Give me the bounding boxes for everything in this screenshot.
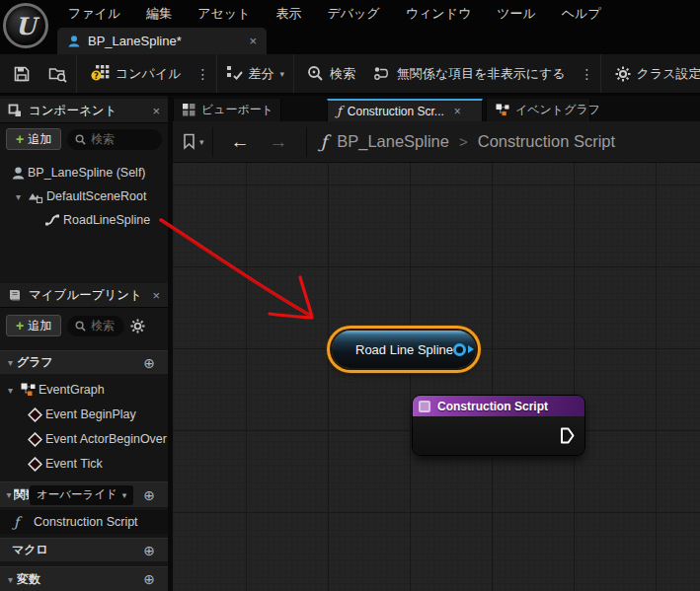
asset-tab-title: BP_LaneSpline* (88, 34, 182, 48)
variables-section-header[interactable]: ▾ 変数 ⊕ (0, 566, 168, 591)
components-panel-close-icon[interactable]: × (152, 104, 160, 118)
event-graph-row[interactable]: ▾ EventGraph (0, 378, 168, 402)
tab-viewport[interactable]: ビューポート (173, 99, 281, 121)
asset-tab-close-icon[interactable]: × (249, 34, 257, 48)
compile-label: コンパイル (116, 65, 182, 83)
find-button[interactable]: 検索 (294, 54, 364, 95)
hide-unrelated-button[interactable]: 無関係な項目を非表示にする (364, 54, 575, 95)
add-blueprint-item-button[interactable]: + 追加 (6, 315, 61, 336)
browse-button[interactable] (39, 54, 76, 95)
graphs-section-header[interactable]: ▾ グラフ ⊕ (0, 350, 168, 374)
asset-tab-bp-lanespline[interactable]: BP_LaneSpline* × (57, 28, 267, 54)
bookmark-icon[interactable] (183, 133, 195, 150)
tree-label-spline: RoadLineSpline (63, 213, 150, 227)
blueprint-self-icon (8, 166, 28, 181)
menu-window[interactable]: ウィンドウ (393, 0, 485, 28)
add-blueprint-item-label: 追加 (28, 318, 51, 334)
event-node-icon (24, 407, 45, 422)
blueprint-graph-canvas[interactable]: Road Line Spline Construction Script (173, 163, 700, 591)
event-tick-label: Event Tick (45, 457, 103, 471)
add-function-icon[interactable]: ⊕ (143, 488, 155, 502)
tab-close-icon[interactable]: × (454, 105, 461, 118)
node-type-icon (419, 401, 430, 412)
menu-asset[interactable]: アセット (185, 0, 263, 28)
exec-output-pin[interactable] (560, 427, 575, 444)
construction-script-node[interactable]: Construction Script (413, 396, 584, 455)
object-output-pin[interactable] (453, 343, 474, 356)
menu-edit[interactable]: 編集 (133, 0, 185, 28)
components-actions-row: + 追加 (0, 126, 168, 152)
my-blueprint-search-input[interactable] (91, 319, 117, 332)
components-search-input[interactable] (91, 132, 154, 146)
functions-section-header[interactable]: ▾ 関数 オーバーライド ▾ ⊕ (0, 481, 168, 507)
diff-button[interactable]: 差分 ▾ (217, 54, 294, 95)
back-button[interactable]: ← (221, 131, 260, 153)
my-blueprint-panel-tab[interactable]: マイブループリント × (0, 283, 168, 308)
breadcrumb-bar: ▾ ← → ƒ BP_LaneSpline > Construction Scr… (173, 121, 700, 163)
expander-icon[interactable]: ▾ (4, 357, 17, 368)
bookmark-caret-icon[interactable]: ▾ (199, 137, 204, 147)
expander-icon[interactable]: ▾ (4, 574, 17, 585)
functions-section-label: 関数 (14, 486, 29, 503)
compile-button[interactable]: ? コンパイル (77, 54, 191, 95)
hide-unrelated-kebab-icon[interactable]: ⋮ (575, 66, 600, 82)
menu-help[interactable]: ヘルプ (549, 0, 614, 28)
add-macro-icon[interactable]: ⊕ (143, 544, 155, 557)
my-blueprint-actions-row: + 追加 (0, 313, 168, 338)
menu-tools[interactable]: ツール (484, 0, 549, 28)
add-component-label: 追加 (28, 131, 51, 148)
expander-icon[interactable]: ▾ (4, 385, 17, 396)
components-panel-title: コンポーネント (29, 103, 117, 119)
menu-view[interactable]: 表示 (263, 0, 314, 28)
menu-debug[interactable]: デバッグ (314, 0, 392, 28)
event-beginplay-label: Event BeginPlay (45, 407, 136, 421)
diff-label: 差分 (249, 65, 274, 83)
tab-construction-script[interactable]: ƒ Construction Scr... × (327, 99, 483, 121)
function-icon: ƒ (321, 131, 328, 152)
menu-file[interactable]: ファイル (55, 0, 133, 28)
hide-unrelated-label: 無関係な項目を非表示にする (397, 65, 566, 83)
event-actorbeginoverlap-row[interactable]: Event ActorBeginOver (0, 427, 168, 451)
expander-icon[interactable]: ▾ (4, 489, 14, 500)
tree-row-scene-root[interactable]: ▾ DefaultSceneRoot (0, 185, 168, 208)
scene-root-icon (25, 189, 46, 203)
find-label: 検索 (330, 65, 355, 83)
expander-icon[interactable]: ▾ (12, 191, 25, 202)
components-panel-tab[interactable]: コンポーネント × (0, 99, 168, 123)
road-line-spline-node[interactable]: Road Line Spline (332, 331, 476, 368)
save-button[interactable] (4, 54, 39, 95)
compile-options-kebab-icon[interactable]: ⋮ (191, 66, 216, 82)
event-graph-tab-icon (496, 104, 509, 116)
breadcrumb-root[interactable]: BP_LaneSpline (337, 132, 449, 151)
unreal-logo-icon[interactable]: U (3, 3, 48, 48)
tree-label-scene-root: DefaultSceneRoot (46, 189, 146, 203)
event-tick-row[interactable]: Event Tick (0, 452, 168, 476)
my-blueprint-panel-close-icon[interactable]: × (152, 288, 160, 303)
event-beginplay-row[interactable]: Event BeginPlay (0, 403, 168, 426)
override-dropdown-label: オーバーライド (37, 487, 117, 502)
macros-section-header[interactable]: マクロ ⊕ (0, 538, 168, 561)
my-blueprint-search[interactable] (67, 316, 124, 336)
override-dropdown[interactable]: オーバーライド ▾ (30, 485, 133, 505)
tab-viewport-label: ビューポート (201, 102, 273, 118)
toolbar: ? コンパイル ⋮ 差分 ▾ 検索 無関係な項目を非表示にする (0, 54, 700, 96)
tree-row-spline[interactable]: RoadLineSpline (0, 208, 168, 232)
add-graph-icon[interactable]: ⊕ (143, 356, 155, 370)
graphs-section-label: グラフ (17, 354, 53, 371)
diff-caret-icon: ▾ (280, 69, 285, 79)
tree-row-self[interactable]: BP_LaneSpline (Self) (0, 161, 168, 185)
search-icon (75, 134, 86, 145)
forward-button[interactable]: → (260, 131, 298, 153)
add-variable-icon[interactable]: ⊕ (143, 572, 155, 586)
gear-icon (615, 66, 631, 82)
panel-settings-gear-icon[interactable] (130, 319, 145, 333)
event-node-icon (24, 457, 45, 472)
add-component-button[interactable]: + 追加 (6, 128, 61, 150)
pin-circle-icon (453, 343, 466, 356)
breadcrumb-separator-icon: > (459, 133, 468, 150)
breadcrumb-current[interactable]: Construction Script (478, 132, 615, 151)
tab-event-graph[interactable]: イベントグラフ (486, 99, 590, 121)
construction-script-row[interactable]: ƒ Construction Script (0, 510, 168, 534)
components-search[interactable] (67, 129, 162, 150)
class-settings-button[interactable]: クラス設定 (601, 54, 700, 95)
